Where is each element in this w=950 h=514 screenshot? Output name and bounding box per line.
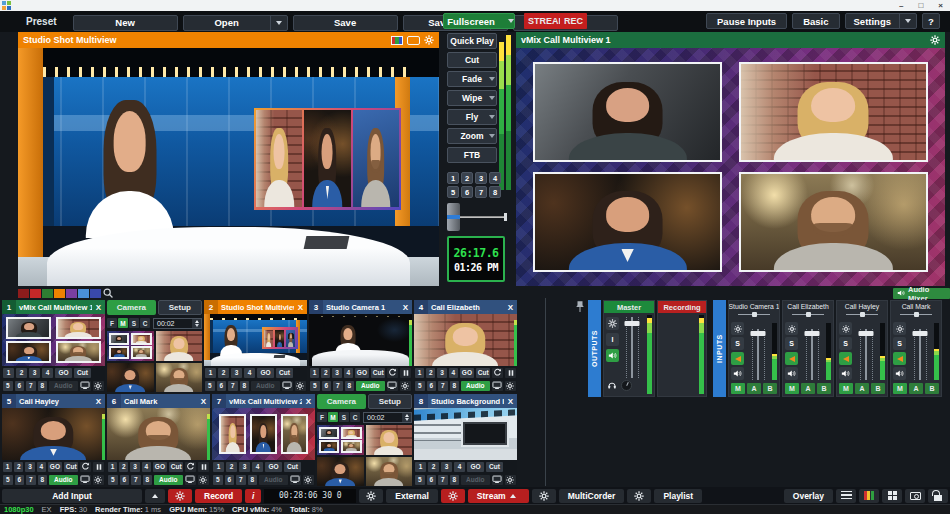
close-icon[interactable]: X	[504, 394, 517, 408]
shortcut-3-button[interactable]: 3	[441, 462, 452, 472]
input-title-bar[interactable]: 2Studio Shot MultiviewX	[204, 300, 307, 314]
cut-button[interactable]: Cut	[476, 368, 490, 378]
overlay-button[interactable]: Overlay	[784, 489, 833, 503]
mode-C-button[interactable]: C	[140, 318, 150, 328]
shortcut-2-button[interactable]: 2	[226, 462, 237, 472]
shortcut-6-button[interactable]: 6	[15, 475, 25, 485]
pause-inputs-button[interactable]: Pause Inputs	[706, 13, 787, 29]
shortcut-1-button[interactable]: 1	[108, 462, 117, 472]
mode-F-button[interactable]: F	[317, 412, 327, 422]
shortcut-4-button[interactable]: 4	[142, 462, 151, 472]
shortcut-2-button[interactable]: 2	[218, 368, 229, 378]
volume-fader-handle[interactable]	[859, 331, 874, 336]
participant-thumbnail[interactable]	[156, 363, 203, 393]
volume-fader-handle[interactable]	[751, 331, 766, 336]
input-thumbnail[interactable]	[107, 408, 210, 460]
fullscreen-monitor-button[interactable]	[80, 475, 91, 485]
shortcut-4-button[interactable]: 4	[252, 462, 263, 472]
volume-fader-track[interactable]	[757, 329, 759, 380]
setup-button[interactable]: Setup	[368, 394, 412, 409]
audio-button[interactable]: Audio	[49, 381, 78, 391]
help-button[interactable]: ?	[922, 13, 940, 29]
fullscreen-monitor-button[interactable]	[282, 381, 293, 391]
go-button[interactable]: GO	[265, 462, 282, 472]
volume-fader-handle[interactable]	[805, 331, 820, 336]
go-button[interactable]: GO	[257, 368, 274, 378]
shortcut-8-button[interactable]: 8	[450, 381, 460, 391]
input-settings-button[interactable]	[505, 381, 516, 391]
cut-button[interactable]: Cut	[169, 462, 183, 472]
loop-button[interactable]	[387, 368, 398, 378]
duration-spinner[interactable]: 00:02	[363, 412, 412, 423]
transition-number-2[interactable]: 2	[461, 172, 473, 184]
input-title-bar[interactable]: 8Studio Background ImageX	[414, 394, 517, 408]
mode-M-button[interactable]: M	[118, 318, 128, 328]
pan-slider[interactable]	[738, 311, 770, 318]
input-title-bar[interactable]: 1vMix Call Multiview 1X	[2, 300, 105, 314]
camera-button[interactable]: Camera	[317, 394, 366, 409]
channel-mute-button[interactable]	[839, 367, 852, 380]
shortcut-7-button[interactable]: 7	[236, 475, 246, 485]
transition-number-1[interactable]: 1	[447, 172, 459, 184]
external-settings-gear-button[interactable]	[359, 489, 383, 503]
pause-button[interactable]	[400, 368, 411, 378]
channel-mute-button[interactable]	[785, 367, 798, 380]
record-info-button[interactable]: i	[245, 489, 261, 503]
fullscreen-monitor-button[interactable]	[185, 475, 196, 485]
shortcut-3-button[interactable]: 3	[437, 368, 446, 378]
shortcut-7-button[interactable]: 7	[333, 381, 343, 391]
participant-thumbnail[interactable]	[317, 457, 364, 487]
transition-number-5[interactable]: 5	[447, 186, 459, 198]
shortcut-1-button[interactable]: 1	[310, 368, 319, 378]
shortcut-2-button[interactable]: 2	[14, 462, 23, 472]
shortcut-2-button[interactable]: 2	[426, 368, 435, 378]
solo-button[interactable]: S	[893, 337, 906, 350]
shortcut-4-button[interactable]: 4	[454, 462, 465, 472]
shortcut-8-button[interactable]: 8	[143, 475, 153, 485]
channel-settings-button[interactable]	[785, 322, 798, 335]
pin-icon[interactable]	[575, 300, 585, 318]
program-video[interactable]	[516, 48, 945, 286]
bus-B-button[interactable]: B	[925, 383, 939, 394]
cut-button[interactable]: Cut	[486, 462, 503, 472]
shortcut-2-button[interactable]: 2	[428, 462, 439, 472]
audio-button[interactable]: Audio	[251, 381, 280, 391]
close-icon[interactable]: X	[399, 300, 412, 314]
unlock-icon[interactable]	[928, 489, 948, 503]
basic-button[interactable]: Basic	[792, 13, 839, 29]
transition-number-6[interactable]: 6	[461, 186, 473, 198]
grid-view-icon[interactable]	[882, 489, 902, 503]
input-settings-button[interactable]	[303, 475, 314, 485]
fullscreen-monitor-button[interactable]	[387, 381, 398, 391]
chevron-down-icon[interactable]	[276, 21, 282, 25]
loop-button[interactable]	[492, 368, 503, 378]
record-settings-gear-button[interactable]	[168, 489, 192, 503]
shortcut-7-button[interactable]: 7	[438, 475, 448, 485]
input-settings-button[interactable]	[400, 381, 411, 391]
transition-wipe-button[interactable]: Wipe	[447, 90, 497, 106]
shortcut-1-button[interactable]: 1	[213, 462, 224, 472]
audio-button[interactable]: Audio	[259, 475, 288, 485]
fullscreen-monitor-button[interactable]	[290, 475, 301, 485]
shortcut-1-button[interactable]: 1	[415, 368, 424, 378]
shortcut-8-button[interactable]: 8	[38, 475, 48, 485]
audio-button[interactable]: Audio	[154, 475, 183, 485]
input-thumbnail[interactable]	[2, 408, 105, 460]
input-title-bar[interactable]: 5Call HayleyX	[2, 394, 105, 408]
input-thumbnail[interactable]	[204, 314, 307, 366]
monitor-icon[interactable]	[407, 36, 420, 45]
bus-A-button[interactable]: A	[855, 383, 869, 394]
chevron-down-icon[interactable]	[489, 134, 495, 138]
audio-mixer-button[interactable]: Audio Mixer	[893, 288, 950, 299]
spinner-arrows[interactable]	[192, 319, 201, 328]
input-settings-button[interactable]	[93, 475, 104, 485]
toolbar-new-button[interactable]: New	[73, 15, 178, 31]
tbar-handle[interactable]	[447, 203, 460, 231]
fullscreen-button[interactable]: Fullscreen	[443, 13, 515, 29]
participant-thumbnail[interactable]	[107, 363, 154, 393]
toolbar-save-button[interactable]: Save	[293, 15, 398, 31]
chevron-down-icon[interactable]	[489, 115, 495, 119]
shortcut-5-button[interactable]: 5	[205, 381, 215, 391]
add-input-menu-button[interactable]	[145, 489, 165, 503]
input-settings-button[interactable]	[198, 475, 209, 485]
